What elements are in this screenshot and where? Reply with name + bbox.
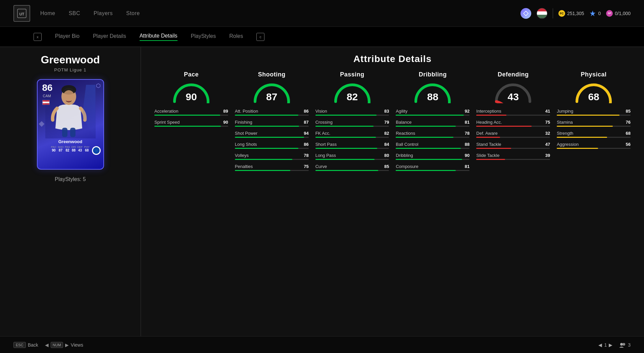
stat-bar-bg [476, 126, 550, 127]
nav-store[interactable]: Store [126, 10, 140, 16]
stat-value: 56 [626, 142, 631, 147]
category-name: Shooting [258, 71, 286, 78]
stat-bar-fill [315, 137, 376, 138]
stat-bar-fill [557, 115, 620, 116]
stat-row: Long Pass 80 [315, 153, 389, 160]
nav-right: FC 251,305 0 SP 0/1,000 [521, 8, 631, 19]
stat-value: 78 [465, 131, 469, 136]
tabs-bar: x Player Bio Player Details Attribute De… [0, 27, 644, 47]
attr-category-defending: Defending 43 Interceptions 41 [476, 71, 550, 175]
tab-player-bio[interactable]: Player Bio [55, 33, 80, 41]
stat-value: 88 [465, 142, 469, 147]
stat-value: 87 [304, 120, 308, 125]
coins-display: FC 251,305 [558, 10, 584, 17]
bottom-right: ◀ 1 ▶ 3 [598, 342, 631, 348]
stat-bar-bg [235, 115, 309, 116]
stat-value: 86 [304, 142, 308, 147]
back-button[interactable]: ESC Back [13, 342, 38, 348]
card-stat-def: DEF43 [77, 145, 83, 152]
top-navigation: UT Home SBC Players Store FC 251,305 [0, 0, 644, 27]
gauge-value: 90 [186, 91, 197, 103]
nav-home[interactable]: Home [40, 10, 55, 16]
stat-list: Att. Position 86 Finishing 87 [235, 109, 309, 175]
tab-playstyles[interactable]: PlayStyles [191, 33, 216, 41]
stat-name: FK Acc. [315, 131, 331, 136]
stat-value: 81 [465, 164, 469, 169]
category-name: Dribbling [419, 71, 447, 78]
stat-name: Balance [396, 120, 411, 125]
stat-bar-fill [476, 126, 532, 127]
stat-row: Stand Tackle 47 [476, 142, 550, 149]
stat-value: 90 [223, 120, 228, 125]
card-stat-phy: PHY68 [84, 145, 89, 152]
stat-name: Curve [315, 164, 327, 169]
stat-name: Volleys [235, 153, 249, 158]
stat-row: Stamina 76 [557, 120, 631, 127]
tab-attribute-details[interactable]: Attribute Details [140, 33, 178, 41]
stat-name: Att. Position [235, 109, 258, 114]
stat-row: Shot Power 94 [235, 131, 309, 138]
stat-bar-bg [557, 137, 631, 138]
back-label: Back [28, 342, 38, 348]
stat-bar-fill [315, 159, 375, 160]
stat-row: Composure 81 [396, 164, 469, 171]
x-key-button[interactable]: x [34, 33, 42, 41]
tab-player-details[interactable]: Player Details [93, 33, 126, 41]
playstyles-label: PlayStyles: 5 [55, 176, 86, 182]
svg-point-9 [620, 343, 623, 346]
stat-value: 68 [626, 131, 631, 136]
stat-bar-fill [235, 170, 290, 171]
sp-icon: SP [606, 10, 613, 17]
card-stat-sho: SHO87 [58, 145, 63, 152]
stat-bar-bg [396, 137, 469, 138]
stat-row: Crossing 79 [315, 120, 389, 127]
stat-name: Crossing [315, 120, 333, 125]
c-key-button[interactable]: c [256, 33, 264, 41]
views-label: Views [71, 342, 83, 348]
stat-value: 78 [304, 153, 308, 158]
nav-players[interactable]: Players [94, 10, 113, 16]
stat-row: Slide Tackle 39 [476, 153, 550, 160]
stat-bar-bg [315, 126, 389, 127]
svg-marker-3 [590, 11, 595, 16]
stat-bar-fill [557, 126, 613, 127]
attr-category-shooting: Shooting 87 Att. Position 86 [235, 71, 309, 175]
esc-key: ESC [13, 342, 26, 348]
stat-bar-bg [396, 148, 469, 149]
tab-roles[interactable]: Roles [229, 33, 243, 41]
stat-bar-fill [235, 126, 299, 127]
stat-value: 75 [545, 120, 550, 125]
points-icon [589, 10, 596, 17]
stat-value: 94 [304, 131, 308, 136]
stat-bar-fill [235, 115, 298, 116]
card-special-icon: ⬡ [96, 82, 101, 89]
stat-name: Interceptions [476, 109, 501, 114]
stat-row: Short Pass 84 [315, 142, 389, 149]
card-player-name: Greenwood [58, 139, 83, 144]
nav-sbc[interactable]: SBC [69, 10, 80, 16]
stat-list: Agility 92 Balance 81 Reacti [396, 109, 469, 175]
gauge-container: 88 [414, 81, 451, 103]
stat-value: 85 [384, 164, 389, 169]
stat-row: Vision 83 [315, 109, 389, 116]
category-name: Physical [581, 71, 607, 78]
card-stat-dri: DRI88 [71, 145, 76, 152]
view-count: 1 [604, 342, 607, 348]
attr-category-pace: Pace 90 Acceleration 89 [154, 71, 228, 175]
stat-bar-fill [396, 115, 463, 116]
stat-name: Shot Power [235, 131, 257, 136]
stat-bar-fill [557, 137, 607, 138]
stat-name: Jumping [557, 109, 573, 114]
stat-value: 89 [223, 109, 228, 114]
stat-bar-bg [396, 115, 469, 116]
stat-bar-fill [315, 170, 378, 171]
views-button[interactable]: ◀ NUM ▶ Views [45, 342, 83, 348]
attr-category-passing: Passing 82 Vision 83 [315, 71, 389, 175]
stat-bar-bg [235, 126, 309, 127]
attribute-categories: Pace 90 Acceleration 89 [154, 71, 631, 175]
stat-row: Penalties 75 [235, 164, 309, 171]
nav-divider [553, 8, 553, 18]
stat-bar-fill [396, 137, 453, 138]
stat-row: Att. Position 86 [235, 109, 309, 116]
bottom-bar: ESC Back ◀ NUM ▶ Views ◀ 1 ▶ 3 [0, 336, 644, 353]
